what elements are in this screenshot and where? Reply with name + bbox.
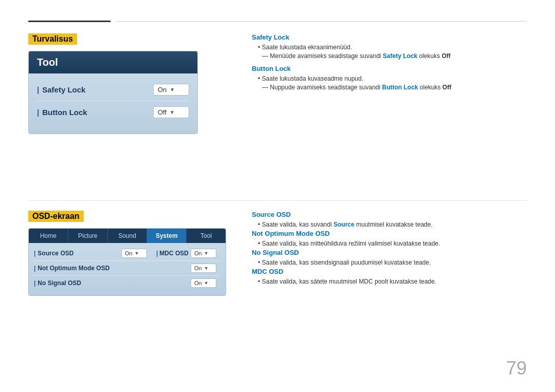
source-osd-bullet: Saate valida, kas suvandi Source muutmis… <box>258 221 527 228</box>
button-lock-info-title: Button Lock <box>252 65 527 72</box>
no-signal-info-title: No Signal OSD <box>252 249 527 256</box>
osd-row-no-signal: No Signal OSD On ▼ <box>34 276 220 290</box>
mdc-osd-arrow: ▼ <box>204 251 209 256</box>
turvalisus-section: Turvalisus Tool Safety Lock On ▼ <box>28 33 244 134</box>
button-lock-label: Button Lock <box>37 108 153 117</box>
tool-widget-body: Safety Lock On ▼ Button Lock Off ▼ <box>29 73 197 134</box>
osd-row-source: Source OSD On ▼ MDC OSD On ▼ <box>34 246 220 261</box>
safety-lock-arrow: ▼ <box>170 87 175 92</box>
osd-body: Source OSD On ▼ MDC OSD On ▼ <box>29 243 226 295</box>
button-lock-bullet: Saate lukustada kuvaseadme nupud. <box>258 75 527 82</box>
safety-lock-info-title: Safety Lock <box>252 33 527 41</box>
not-optimum-arrow: ▼ <box>204 266 209 271</box>
button-lock-dash: Nuppude avamiseks seadistage suvandi But… <box>262 84 527 91</box>
safety-lock-dash: Menüüde avamiseks seadistage suvandi Saf… <box>262 52 527 60</box>
safety-lock-bullet: Saate lukustada ekraanimenüüd. <box>258 44 527 51</box>
button-lock-select[interactable]: Off ▼ <box>153 106 189 118</box>
tool-row-button-lock: Button Lock Off ▼ <box>37 101 189 123</box>
mdc-osd-label: MDC OSD <box>156 250 189 257</box>
top-line-light <box>116 21 527 22</box>
turvalisus-info: Safety Lock Saate lukustada ekraanimenüü… <box>252 33 527 96</box>
osd-row-not-optimum: Not Optimum Mode OSD On ▼ <box>34 261 220 276</box>
button-lock-arrow: ▼ <box>170 109 175 115</box>
tab-system[interactable]: System <box>147 229 187 243</box>
tab-tool[interactable]: Tool <box>187 229 226 243</box>
not-optimum-label: Not Optimum Mode OSD <box>34 265 191 272</box>
osd-section: OSD-ekraan Home Picture Sound System Too… <box>28 211 249 296</box>
tool-widget-header: Tool <box>29 51 197 73</box>
osd-widget: Home Picture Sound System Tool <box>28 228 226 296</box>
mdc-osd-group: MDC OSD On ▼ <box>156 249 220 258</box>
source-osd-arrow: ▼ <box>135 251 139 256</box>
source-osd-select[interactable]: On ▼ <box>121 249 147 258</box>
osd-section-title: OSD-ekraan <box>28 211 84 222</box>
top-decorative-lines <box>28 21 527 22</box>
page-container: Turvalisus Tool Safety Lock On ▼ <box>0 0 555 392</box>
tab-picture[interactable]: Picture <box>68 229 108 243</box>
tab-home[interactable]: Home <box>29 229 68 243</box>
not-optimum-bullet: Saate valida, kas mitteühilduva režiimi … <box>258 240 527 247</box>
no-signal-label: No Signal OSD <box>34 279 191 287</box>
source-osd-info-title: Source OSD <box>252 211 527 218</box>
mdc-osd-bullet: Saate valida, kas sätete muutmisel MDC p… <box>258 278 527 285</box>
no-signal-arrow: ▼ <box>204 281 209 286</box>
osd-info: Source OSD Saate valida, kas suvandi Sou… <box>252 211 527 287</box>
osd-tab-bar: Home Picture Sound System Tool <box>29 229 226 243</box>
top-line-dark <box>28 21 110 22</box>
mdc-osd-select[interactable]: On ▼ <box>191 249 216 258</box>
tab-sound[interactable]: Sound <box>108 229 147 243</box>
not-optimum-info-title: Not Optimum Mode OSD <box>252 230 527 237</box>
no-signal-bullet: Saate valida, kas sisendsignaali puudumi… <box>258 259 527 266</box>
safety-lock-select[interactable]: On ▼ <box>153 84 189 96</box>
no-signal-select[interactable]: On ▼ <box>191 278 216 288</box>
tool-row-safety-lock: Safety Lock On ▼ <box>37 79 189 101</box>
safety-lock-label: Safety Lock <box>37 85 153 94</box>
section-divider <box>28 200 527 201</box>
not-optimum-select[interactable]: On ▼ <box>191 264 216 273</box>
mdc-osd-info-title: MDC OSD <box>252 268 527 275</box>
turvalisus-title: Turvalisus <box>28 33 77 45</box>
source-osd-label: Source OSD <box>34 250 121 257</box>
tool-widget: Tool Safety Lock On ▼ Button Lock <box>28 51 198 134</box>
page-number: 79 <box>506 358 527 379</box>
